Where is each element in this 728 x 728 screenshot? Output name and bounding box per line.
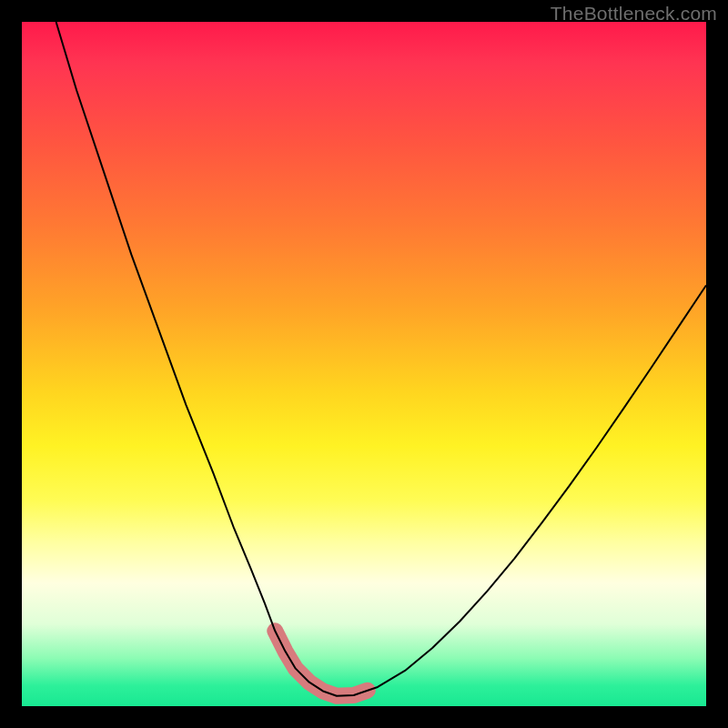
plot-svg — [22, 22, 706, 706]
chart-area — [22, 22, 706, 706]
watermark-text: TheBottleneck.com — [551, 3, 717, 25]
series-pink-highlight — [275, 631, 368, 695]
series-black-curve — [56, 22, 706, 696]
